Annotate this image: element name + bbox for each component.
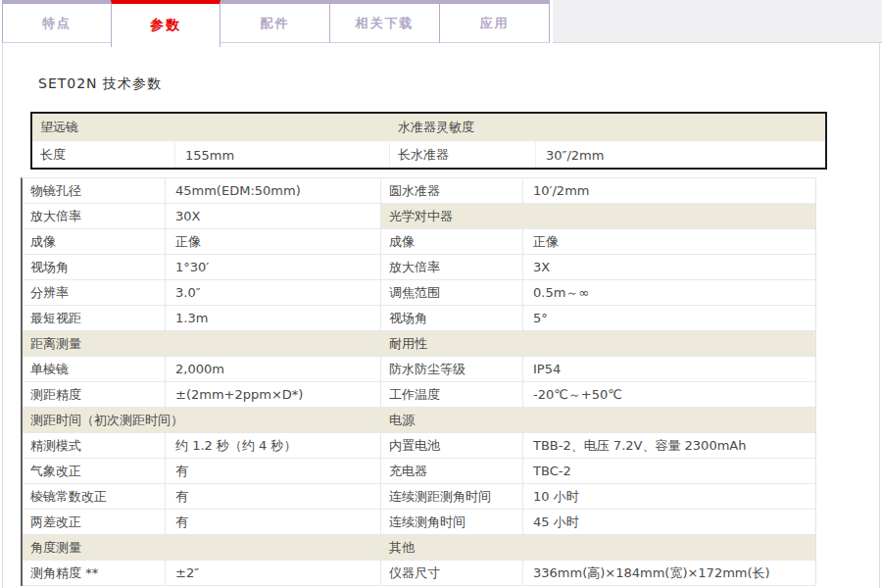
spec-value: 有 <box>165 484 380 509</box>
spec-value: 正像 <box>165 229 380 254</box>
page-title: SET02N 技术参数 <box>38 75 162 93</box>
spec-row: 成像正像成像正像 <box>23 229 815 255</box>
spec-pair: 放大倍率3X <box>380 255 815 279</box>
summary-value-length: 155mm <box>174 142 389 168</box>
spec-label: 测距精度 <box>23 382 165 407</box>
tab-accessories[interactable]: 配件 <box>220 0 330 43</box>
spec-label: 充电器 <box>381 459 522 483</box>
spec-pair: 视场角5° <box>380 306 815 330</box>
spec-pair: 放大倍率30X <box>23 204 380 228</box>
spec-pair: 最短视距1.3m <box>23 306 380 330</box>
spec-label: 棱镜常数改正 <box>23 484 165 509</box>
spec-value: 10′/2mm <box>522 178 815 203</box>
spec-row: 测距时间（初次测距时间）电源 <box>23 408 815 433</box>
spec-row: 距离测量耐用性 <box>23 331 815 357</box>
spec-label: 调焦范围 <box>381 280 522 305</box>
spec-value: 45 小时 <box>522 510 815 534</box>
spec-value: IP54 <box>522 357 815 381</box>
spec-pair: 充电器TBC-2 <box>380 459 815 483</box>
spec-table: 物镜孔径45mm(EDM:50mm)圆水准器10′/2mm放大倍率30X光学对中… <box>21 177 816 586</box>
spec-label: 分辨率 <box>23 280 165 305</box>
summary-label-length: 长度 <box>32 142 174 168</box>
spec-pair: 仪器尺寸336mm(高)×184mm(宽)×172mm(长) <box>380 561 815 585</box>
tab-features[interactable]: 特点 <box>2 0 112 43</box>
summary-value-plate-level: 30″/2mm <box>535 142 825 168</box>
spec-row: 两差改正有连续测角时间45 小时 <box>23 510 815 535</box>
spec-value: 有 <box>165 510 380 534</box>
spec-pair: 棱镜常数改正有 <box>23 484 380 509</box>
spec-pair: 圆水准器10′/2mm <box>380 178 815 203</box>
spec-section-header: 电源 <box>380 408 815 432</box>
spec-label: 物镜孔径 <box>23 178 165 203</box>
spec-value: 3X <box>522 255 815 279</box>
spec-value: -20℃～+50℃ <box>522 382 815 407</box>
spec-row: 最短视距1.3m视场角5° <box>23 306 815 331</box>
spec-pair: 防水防尘等级IP54 <box>380 357 815 381</box>
summary-header-level-sensitivity: 水准器灵敏度 <box>396 114 825 141</box>
tab-parameters[interactable]: 参数 <box>111 0 220 47</box>
spec-value: 2,000m <box>165 357 380 381</box>
spec-label: 连续测距测角时间 <box>381 484 522 509</box>
spec-pair: 连续测距测角时间10 小时 <box>380 484 815 509</box>
spec-label: 防水防尘等级 <box>381 357 522 381</box>
spec-section-label: 测距时间（初次测距时间） <box>23 408 380 432</box>
spec-pair: 气象改正有 <box>23 459 380 483</box>
spec-row: 气象改正有充电器TBC-2 <box>23 459 815 484</box>
spec-value: 45mm(EDM:50mm) <box>165 178 380 203</box>
spec-pair: 分辨率3.0″ <box>23 280 380 305</box>
spec-label: 工作温度 <box>381 382 522 407</box>
spec-row: 角度测量其他 <box>23 535 815 561</box>
tab-applications[interactable]: 应用 <box>440 0 550 43</box>
spec-pair: 连续测角时间45 小时 <box>380 510 815 534</box>
spec-label: 圆水准器 <box>381 178 522 203</box>
spec-row: 物镜孔径45mm(EDM:50mm)圆水准器10′/2mm <box>23 178 815 204</box>
spec-section-header: 角度测量 <box>23 535 380 560</box>
spec-value: TBB-2、电压 7.2V、容量 2300mAh <box>522 433 815 458</box>
spec-value: 1°30′ <box>165 255 380 279</box>
spec-row: 放大倍率30X光学对中器 <box>23 204 815 229</box>
spec-pair: 测角精度 **±2″ <box>23 561 380 585</box>
spec-label: 放大倍率 <box>23 204 165 228</box>
spec-pair: 成像正像 <box>23 229 380 254</box>
spec-row: 测角精度 **±2″仪器尺寸336mm(高)×184mm(宽)×172mm(长) <box>23 561 815 586</box>
summary-header-telescope: 望远镜 <box>32 114 396 141</box>
spec-value: ±2″ <box>165 561 380 585</box>
spec-label: 放大倍率 <box>381 255 522 279</box>
spec-label: 连续测角时间 <box>381 510 522 534</box>
spec-value: 5° <box>522 306 815 330</box>
spec-pair: 两差改正有 <box>23 510 380 534</box>
spec-section-header: 耐用性 <box>380 331 815 356</box>
tab-downloads[interactable]: 相关下载 <box>330 0 440 43</box>
spec-label: 测角精度 ** <box>23 561 165 585</box>
spec-pair: 单棱镜2,000m <box>23 357 380 381</box>
spec-row: 精测模式约 1.2 秒（约 4 秒）内置电池TBB-2、电压 7.2V、容量 2… <box>23 433 815 459</box>
tab-bar-filler <box>553 0 882 43</box>
spec-row: 视场角1°30′放大倍率3X <box>23 255 815 280</box>
spec-value: TBC-2 <box>522 459 815 483</box>
spec-row: 测距精度±(2mm+2ppm×D*)工作温度-20℃～+50℃ <box>23 382 815 408</box>
spec-row: 棱镜常数改正有连续测距测角时间10 小时 <box>23 484 815 510</box>
spec-section-header: 距离测量 <box>23 331 380 356</box>
spec-row: 分辨率3.0″调焦范围0.5m～∞ <box>23 280 815 306</box>
spec-value: 3.0″ <box>165 280 380 305</box>
spec-section-label: 耐用性 <box>381 331 815 356</box>
spec-label: 成像 <box>23 229 165 254</box>
spec-label: 视场角 <box>23 255 165 279</box>
spec-value: 30X <box>165 204 380 228</box>
spec-section-label: 角度测量 <box>23 535 380 560</box>
spec-pair: 工作温度-20℃～+50℃ <box>380 382 815 407</box>
spec-label: 气象改正 <box>23 459 165 483</box>
summary-data-row: 长度 155mm 长水准器 30″/2mm <box>32 142 825 168</box>
spec-value: 正像 <box>522 229 815 254</box>
spec-value: 有 <box>165 459 380 483</box>
page: 特点参数配件相关下载应用 SET02N 技术参数 望远镜 水准器灵敏度 长度 1… <box>0 0 882 588</box>
spec-pair: 调焦范围0.5m～∞ <box>380 280 815 305</box>
summary-box: 望远镜 水准器灵敏度 长度 155mm 长水准器 30″/2mm <box>30 112 827 170</box>
summary-label-plate-level: 长水准器 <box>389 142 535 168</box>
spec-value: 0.5m～∞ <box>522 280 815 305</box>
spec-row: 单棱镜2,000m防水防尘等级IP54 <box>23 357 815 382</box>
spec-pair: 精测模式约 1.2 秒（约 4 秒） <box>23 433 380 458</box>
content-panel: SET02N 技术参数 望远镜 水准器灵敏度 长度 155mm 长水准器 30″… <box>2 43 880 588</box>
spec-label: 两差改正 <box>23 510 165 534</box>
spec-label: 最短视距 <box>23 306 165 330</box>
